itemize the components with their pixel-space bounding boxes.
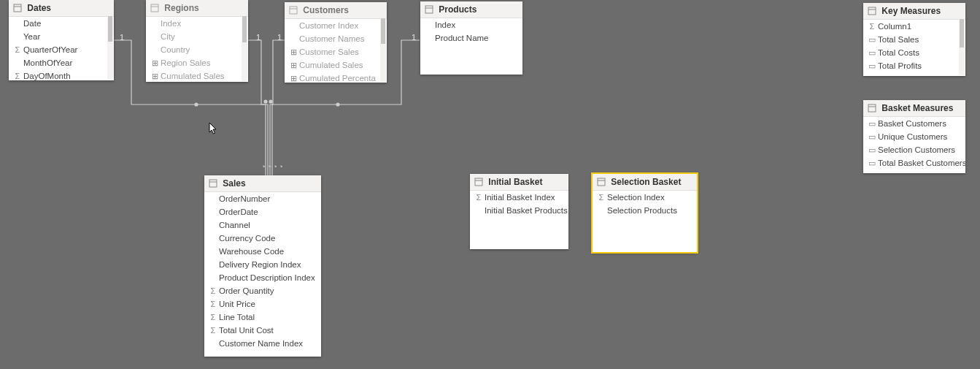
table-basket-measures[interactable]: Basket Measures ▭Basket Customers▭Unique… [863, 100, 965, 173]
table-title: Regions [164, 3, 198, 13]
table-title: Initial Basket [488, 177, 542, 187]
sigma-icon: Σ [13, 69, 22, 83]
table-header[interactable]: Selection Basket [593, 174, 697, 191]
field-row[interactable]: Product Name [420, 31, 522, 45]
field-list[interactable]: ΣColumn1▭Total Sales▭Total Costs▭Total P… [863, 20, 965, 72]
field-row[interactable]: ΣInitial Basket Index [470, 191, 568, 204]
field-row[interactable]: ▭Total Sales [863, 33, 965, 46]
svg-rect-18 [475, 178, 482, 186]
table-header[interactable]: Dates [9, 0, 114, 17]
table-header[interactable]: Regions [146, 0, 248, 17]
field-label: Delivery Region Index [219, 260, 301, 269]
field-label: Basket Customers [878, 119, 946, 128]
field-row[interactable]: ▭Total Costs [863, 46, 965, 59]
field-row[interactable]: ⊞Customer Sales [285, 45, 387, 58]
scrollbar[interactable] [959, 19, 965, 75]
measure-icon: ▭ [868, 59, 876, 72]
field-row[interactable]: Customer Name Index [204, 337, 321, 350]
table-customers[interactable]: Customers Customer IndexCustomer Names⊞C… [285, 2, 387, 83]
field-row[interactable]: ΣDayOfMonth [9, 69, 114, 83]
table-regions[interactable]: Regions IndexCityCountry⊞Region Sales⊞Cu… [146, 0, 248, 82]
table-header[interactable]: Products [420, 1, 522, 18]
table-icon [209, 179, 217, 188]
field-list[interactable]: IndexProduct Name [420, 18, 522, 45]
field-row[interactable]: Index [146, 17, 248, 30]
field-list[interactable]: OrderNumberOrderDateChannelCurrency Code… [204, 192, 321, 350]
field-row[interactable]: ▭Selection Customers [863, 143, 965, 156]
field-label: DayOfMonth [23, 72, 71, 80]
table-header[interactable]: Key Measures [863, 3, 965, 20]
field-row[interactable]: City [146, 30, 248, 43]
calc-table-icon: ⊞ [289, 72, 298, 85]
field-row[interactable]: ΣSelection Index [593, 191, 697, 204]
field-row[interactable]: Currency Code [204, 232, 321, 245]
table-initial-basket[interactable]: Initial Basket ΣInitial Basket IndexInit… [470, 174, 568, 249]
table-key-measures[interactable]: Key Measures ΣColumn1▭Total Sales▭Total … [863, 3, 965, 76]
measure-icon: ▭ [868, 143, 876, 156]
field-label: Total Unit Cost [219, 326, 274, 335]
field-label: Customer Name Index [219, 339, 303, 348]
field-row[interactable]: Country [146, 43, 248, 56]
field-list[interactable]: ΣInitial Basket IndexInitial Basket Prod… [470, 191, 568, 217]
field-row[interactable]: Initial Basket Products [470, 204, 568, 217]
table-header[interactable]: Initial Basket [470, 174, 568, 191]
svg-rect-6 [151, 4, 158, 12]
svg-point-2 [269, 100, 272, 103]
field-list[interactable]: DateYearΣQuarterOfYearMonthOfYearΣDayOfM… [9, 17, 114, 83]
field-row[interactable]: ΣColumn1 [863, 20, 965, 33]
field-list[interactable]: IndexCityCountry⊞Region Sales⊞Cumulated … [146, 17, 248, 83]
svg-rect-16 [209, 180, 217, 187]
table-sales[interactable]: Sales OrderNumberOrderDateChannelCurrenc… [204, 175, 321, 357]
field-row[interactable]: ▭Basket Customers [863, 117, 965, 130]
field-row[interactable]: ΣLine Total [204, 311, 321, 324]
field-row[interactable]: Customer Names [285, 32, 387, 45]
field-label: Cumulated Percenta [299, 74, 376, 83]
field-row[interactable]: ▭Unique Customers [863, 130, 965, 143]
field-row[interactable]: MonthOfYear [9, 56, 114, 69]
model-canvas[interactable]: { "tables": { "dates": { "title": "Dates… [0, 0, 980, 369]
field-row[interactable]: ΣUnit Price [204, 297, 321, 311]
field-row[interactable]: Product Description Index [204, 271, 321, 284]
table-products[interactable]: Products IndexProduct Name [420, 1, 522, 75]
sigma-icon: Σ [474, 191, 483, 204]
field-row[interactable]: ▭Total Profits [863, 59, 965, 72]
field-row[interactable]: OrderNumber [204, 192, 321, 205]
field-row[interactable]: Index [420, 18, 522, 31]
field-label: City [161, 32, 175, 41]
field-row[interactable]: Delivery Region Index [204, 258, 321, 271]
field-row[interactable]: ΣOrder Quantity [204, 284, 321, 297]
table-dates[interactable]: Dates DateYearΣQuarterOfYearMonthOfYearΣ… [9, 0, 114, 80]
table-header[interactable]: Sales [204, 175, 321, 192]
table-title: Customers [303, 5, 349, 15]
field-list[interactable]: Customer IndexCustomer Names⊞Customer Sa… [285, 19, 387, 85]
sigma-icon: Σ [209, 284, 217, 297]
sigma-icon: Σ [13, 43, 22, 56]
field-label: Selection Products [607, 206, 677, 215]
field-row[interactable]: OrderDate [204, 205, 321, 218]
field-row[interactable]: Date [9, 17, 114, 30]
field-row[interactable]: ⊞Cumulated Sales [285, 58, 387, 72]
svg-rect-14 [868, 104, 876, 112]
field-row[interactable]: ⊞Cumulated Percenta [285, 72, 387, 85]
table-header[interactable]: Basket Measures [863, 100, 965, 117]
scrollbar[interactable] [242, 16, 247, 81]
sigma-icon: Σ [209, 297, 217, 311]
field-list[interactable]: ΣSelection IndexSelection Products [593, 191, 697, 217]
field-row[interactable]: ΣQuarterOfYear [9, 43, 114, 56]
field-list[interactable]: ▭Basket Customers▭Unique Customers▭Selec… [863, 117, 965, 170]
field-row[interactable]: ⊞Cumulated Sales [146, 69, 248, 83]
measure-icon: ▭ [868, 46, 876, 59]
field-row[interactable]: Year [9, 30, 114, 43]
field-row[interactable]: ΣTotal Unit Cost [204, 324, 321, 337]
scrollbar[interactable] [380, 18, 386, 82]
scrollbar[interactable] [107, 16, 113, 80]
field-row[interactable]: Customer Index [285, 19, 387, 32]
field-row[interactable]: Warehouse Code [204, 245, 321, 258]
table-header[interactable]: Customers [285, 2, 387, 19]
field-row[interactable]: ▭Total Basket Customers [863, 156, 965, 170]
field-row[interactable]: Channel [204, 218, 321, 232]
field-row[interactable]: Selection Products [593, 204, 697, 217]
cardinality-one: 1 [276, 33, 283, 42]
table-selection-basket[interactable]: Selection Basket ΣSelection IndexSelecti… [593, 174, 697, 252]
field-row[interactable]: ⊞Region Sales [146, 56, 248, 69]
